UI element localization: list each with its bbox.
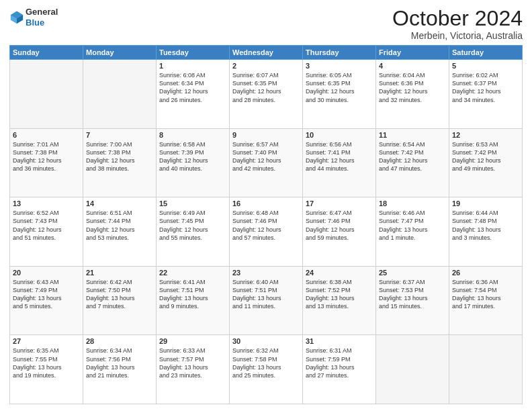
day-number: 14 (86, 199, 153, 208)
cell-info: Sunset: 7:46 PM (306, 217, 373, 225)
cell-info: and 40 minutes. (159, 165, 226, 173)
cell-info: and 47 minutes. (379, 165, 446, 173)
cell-info: and 13 minutes. (306, 302, 373, 310)
cell-w2-d0: 6Sunrise: 7:01 AMSunset: 7:38 PMDaylight… (10, 128, 83, 197)
cell-info: Sunset: 7:53 PM (379, 286, 446, 294)
col-thursday: Thursday (303, 46, 376, 60)
cell-info: Sunrise: 6:43 AM (13, 278, 80, 286)
day-number: 19 (452, 199, 519, 208)
cell-info: Sunrise: 6:57 AM (232, 140, 300, 148)
cell-w1-d2: 1Sunrise: 6:08 AMSunset: 6:34 PMDaylight… (157, 60, 230, 129)
cell-info: Sunset: 7:54 PM (452, 286, 519, 294)
cell-info: Sunrise: 6:46 AM (379, 209, 446, 217)
logo: General Blue (9, 7, 58, 28)
cell-info: and 25 minutes. (232, 371, 300, 379)
day-number: 11 (379, 131, 446, 139)
cell-info: Daylight: 13 hours (86, 294, 153, 302)
cell-w3-d6: 19Sunrise: 6:44 AMSunset: 7:48 PMDayligh… (449, 197, 523, 267)
cell-info: Sunrise: 6:41 AM (159, 278, 226, 286)
cell-info: and 11 minutes. (232, 302, 300, 310)
cell-info: Sunset: 7:59 PM (306, 355, 373, 363)
cell-info: Daylight: 12 hours (452, 87, 519, 95)
cell-info: and 44 minutes. (306, 165, 373, 173)
cell-info: Sunrise: 6:52 AM (13, 209, 80, 217)
cell-info: Sunset: 6:36 PM (379, 79, 446, 87)
cell-w3-d3: 16Sunrise: 6:48 AMSunset: 7:46 PMDayligh… (230, 197, 303, 267)
cell-info: Daylight: 13 hours (379, 226, 446, 234)
cell-info: Daylight: 12 hours (379, 87, 446, 95)
cell-info: Daylight: 12 hours (306, 226, 373, 234)
cell-w5-d1: 28Sunrise: 6:34 AMSunset: 7:56 PMDayligh… (83, 335, 157, 404)
col-monday: Monday (83, 46, 157, 60)
cell-w2-d1: 7Sunrise: 7:00 AMSunset: 7:38 PMDaylight… (83, 128, 157, 197)
day-number: 2 (232, 62, 300, 70)
cell-info: Sunrise: 6:32 AM (232, 347, 300, 355)
cell-w1-d4: 3Sunrise: 6:05 AMSunset: 6:35 PMDaylight… (303, 60, 376, 129)
cell-info: Daylight: 12 hours (13, 156, 80, 165)
cell-info: Sunset: 7:48 PM (452, 217, 519, 225)
cell-info: Sunset: 7:50 PM (86, 286, 153, 294)
cell-info: Daylight: 13 hours (232, 363, 300, 371)
cell-info: and 27 minutes. (306, 371, 373, 379)
cell-info: and 1 minute. (379, 234, 446, 242)
day-number: 10 (306, 131, 373, 139)
cell-info: Sunset: 7:42 PM (379, 148, 446, 156)
day-number: 27 (13, 337, 80, 345)
cell-w3-d1: 14Sunrise: 6:51 AMSunset: 7:44 PMDayligh… (83, 197, 157, 267)
week-row-3: 13Sunrise: 6:52 AMSunset: 7:43 PMDayligh… (10, 197, 523, 267)
cell-info: Sunrise: 6:04 AM (379, 71, 446, 79)
cell-info: Daylight: 12 hours (379, 156, 446, 165)
day-number: 5 (452, 62, 519, 70)
day-number: 22 (159, 269, 226, 277)
cell-info: and 59 minutes. (306, 234, 373, 242)
cell-info: and 28 minutes. (232, 96, 300, 104)
day-number: 18 (379, 199, 446, 208)
cell-info: Sunset: 7:45 PM (159, 217, 226, 225)
cell-info: Sunrise: 6:48 AM (232, 209, 300, 217)
cell-w4-d0: 20Sunrise: 6:43 AMSunset: 7:49 PMDayligh… (10, 266, 83, 335)
cell-info: Sunrise: 6:51 AM (86, 209, 153, 217)
cell-info: Sunset: 7:46 PM (232, 217, 300, 225)
day-number: 1 (159, 62, 226, 70)
cell-w2-d6: 12Sunrise: 6:53 AMSunset: 7:42 PMDayligh… (449, 128, 523, 197)
cell-w4-d3: 23Sunrise: 6:40 AMSunset: 7:51 PMDayligh… (230, 266, 303, 335)
cell-info: and 42 minutes. (232, 165, 300, 173)
week-row-4: 20Sunrise: 6:43 AMSunset: 7:49 PMDayligh… (10, 266, 523, 335)
calendar-header-row: Sunday Monday Tuesday Wednesday Thursday… (10, 46, 523, 60)
cell-info: Sunrise: 6:36 AM (452, 278, 519, 286)
cell-info: Sunset: 6:35 PM (232, 79, 300, 87)
cell-info: Daylight: 13 hours (13, 363, 80, 371)
cell-info: and 21 minutes. (86, 371, 153, 379)
cell-info: Sunrise: 6:44 AM (452, 209, 519, 217)
logo-general: General (26, 7, 58, 17)
cell-info: Sunset: 7:47 PM (379, 217, 446, 225)
cell-info: Daylight: 13 hours (13, 294, 80, 302)
cell-info: Sunrise: 6:35 AM (13, 347, 80, 355)
cell-info: Daylight: 13 hours (159, 294, 226, 302)
cell-info: and 19 minutes. (13, 371, 80, 379)
cell-info: Daylight: 12 hours (159, 87, 226, 95)
col-tuesday: Tuesday (157, 46, 230, 60)
day-number: 23 (232, 269, 300, 277)
cell-info: Sunrise: 7:01 AM (13, 140, 80, 148)
cell-info: and 36 minutes. (13, 165, 80, 173)
cell-info: Sunrise: 6:54 AM (379, 140, 446, 148)
day-number: 28 (86, 337, 153, 345)
cell-info: Sunrise: 6:38 AM (306, 278, 373, 286)
cell-info: Sunrise: 6:31 AM (306, 347, 373, 355)
cell-info: Sunrise: 6:33 AM (159, 347, 226, 355)
week-row-2: 6Sunrise: 7:01 AMSunset: 7:38 PMDaylight… (10, 128, 523, 197)
cell-w4-d1: 21Sunrise: 6:42 AMSunset: 7:50 PMDayligh… (83, 266, 157, 335)
day-number: 24 (306, 269, 373, 277)
day-number: 9 (232, 131, 300, 139)
cell-info: Daylight: 13 hours (379, 294, 446, 302)
cell-info: and 38 minutes. (86, 165, 153, 173)
cell-info: Sunrise: 7:00 AM (86, 140, 153, 148)
cell-info: Daylight: 12 hours (232, 226, 300, 234)
col-saturday: Saturday (449, 46, 523, 60)
cell-info: Daylight: 12 hours (452, 156, 519, 165)
cell-info: Daylight: 12 hours (306, 87, 373, 95)
logo-text: General Blue (26, 7, 58, 28)
day-number: 30 (232, 337, 300, 345)
cell-info: Daylight: 12 hours (232, 156, 300, 165)
